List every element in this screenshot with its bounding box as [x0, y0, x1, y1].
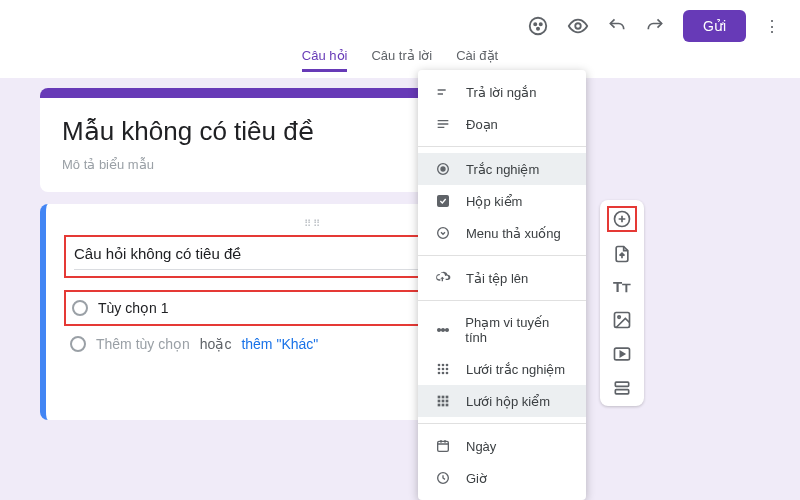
clock-icon — [434, 470, 452, 486]
svg-point-4 — [575, 23, 581, 29]
tabs-row: Câu hỏi Câu trả lời Cài đặt — [0, 48, 800, 72]
menu-label: Lưới hộp kiểm — [466, 394, 550, 409]
linear-scale-icon — [434, 322, 451, 338]
add-other-link[interactable]: thêm "Khác" — [241, 336, 318, 352]
menu-label: Phạm vi tuyến tính — [465, 315, 570, 345]
question-type-menu: Trả lời ngắn Đoạn Trắc nghiệm Hộp kiểm M… — [418, 70, 586, 500]
svg-point-28 — [442, 372, 445, 375]
svg-rect-36 — [438, 404, 441, 407]
add-image-tool-icon[interactable] — [610, 308, 634, 332]
svg-point-10 — [618, 316, 621, 319]
svg-point-2 — [540, 23, 542, 25]
menu-item-short-answer[interactable]: Trả lời ngắn — [418, 76, 586, 108]
menu-item-file-upload[interactable]: Tải tệp lên — [418, 262, 586, 294]
radio-icon — [72, 300, 88, 316]
svg-point-24 — [438, 368, 441, 371]
menu-separator — [418, 255, 586, 256]
svg-point-1 — [534, 23, 536, 25]
checkbox-icon — [434, 193, 452, 209]
svg-rect-37 — [442, 404, 445, 407]
svg-point-27 — [438, 372, 441, 375]
dropdown-icon — [434, 225, 452, 241]
menu-item-date[interactable]: Ngày — [418, 430, 586, 462]
preview-icon[interactable] — [567, 15, 589, 37]
svg-point-22 — [442, 364, 445, 367]
svg-point-15 — [441, 167, 445, 171]
add-section-icon[interactable] — [610, 376, 634, 400]
menu-item-paragraph[interactable]: Đoạn — [418, 108, 586, 140]
svg-rect-35 — [446, 400, 449, 403]
menu-separator — [418, 423, 586, 424]
menu-separator — [418, 300, 586, 301]
svg-rect-13 — [615, 390, 628, 394]
side-toolbar: Tᴛ — [600, 200, 644, 406]
option-1-label[interactable]: Tùy chọn 1 — [98, 300, 168, 316]
menu-item-time[interactable]: Giờ — [418, 462, 586, 494]
menu-label: Trắc nghiệm — [466, 162, 539, 177]
tab-responses[interactable]: Câu trả lời — [371, 48, 432, 72]
svg-rect-12 — [615, 382, 628, 386]
calendar-icon — [434, 438, 452, 454]
menu-label: Đoạn — [466, 117, 498, 132]
svg-rect-32 — [446, 396, 449, 399]
or-text: hoặc — [200, 336, 232, 352]
menu-label: Giờ — [466, 471, 487, 486]
menu-separator — [418, 146, 586, 147]
redo-icon[interactable] — [645, 16, 665, 36]
paragraph-icon — [434, 116, 452, 132]
radio-selected-icon — [434, 161, 452, 177]
menu-item-checkbox-grid[interactable]: Lưới hộp kiểm — [418, 385, 586, 417]
svg-rect-39 — [438, 441, 449, 451]
svg-rect-34 — [442, 400, 445, 403]
tab-questions[interactable]: Câu hỏi — [302, 48, 348, 72]
svg-point-23 — [446, 364, 449, 367]
menu-item-dropdown[interactable]: Menu thả xuống — [418, 217, 586, 249]
svg-point-25 — [442, 368, 445, 371]
mc-grid-icon — [434, 361, 452, 377]
svg-point-20 — [445, 329, 448, 332]
form-canvas: Mẫu không có tiêu đề Mô tả biểu mẫu ⠿⠿ C… — [0, 78, 800, 500]
tab-settings[interactable]: Cài đặt — [456, 48, 498, 72]
menu-label: Tải tệp lên — [466, 271, 528, 286]
menu-item-mc-grid[interactable]: Lưới trắc nghiệm — [418, 353, 586, 385]
more-vert-icon[interactable]: ⋮ — [764, 17, 780, 36]
svg-rect-33 — [438, 400, 441, 403]
svg-point-26 — [446, 368, 449, 371]
svg-rect-16 — [438, 196, 449, 207]
svg-point-3 — [537, 28, 539, 30]
menu-label: Hộp kiểm — [466, 194, 522, 209]
add-title-icon[interactable]: Tᴛ — [611, 276, 633, 298]
send-button[interactable]: Gửi — [683, 10, 746, 42]
radio-icon — [70, 336, 86, 352]
svg-point-21 — [438, 364, 441, 367]
add-question-icon[interactable] — [607, 206, 637, 232]
checkbox-grid-icon — [434, 393, 452, 409]
import-questions-icon[interactable] — [610, 242, 634, 266]
svg-rect-30 — [438, 396, 441, 399]
header-toolbar: Gửi ⋮ — [527, 10, 780, 42]
svg-point-18 — [437, 329, 440, 332]
svg-rect-31 — [442, 396, 445, 399]
svg-point-17 — [438, 228, 449, 239]
menu-label: Lưới trắc nghiệm — [466, 362, 565, 377]
menu-item-multiple-choice[interactable]: Trắc nghiệm — [418, 153, 586, 185]
menu-label: Ngày — [466, 439, 496, 454]
short-answer-icon — [434, 84, 452, 100]
svg-point-0 — [530, 18, 547, 35]
undo-icon[interactable] — [607, 16, 627, 36]
add-option-text[interactable]: Thêm tùy chọn — [96, 336, 190, 352]
menu-item-checkboxes[interactable]: Hộp kiểm — [418, 185, 586, 217]
theme-icon[interactable] — [527, 15, 549, 37]
svg-rect-38 — [446, 404, 449, 407]
svg-point-19 — [441, 329, 444, 332]
menu-label: Menu thả xuống — [466, 226, 561, 241]
upload-icon — [434, 270, 452, 286]
menu-item-linear-scale[interactable]: Phạm vi tuyến tính — [418, 307, 586, 353]
add-video-icon[interactable] — [610, 342, 634, 366]
menu-label: Trả lời ngắn — [466, 85, 536, 100]
svg-point-29 — [446, 372, 449, 375]
